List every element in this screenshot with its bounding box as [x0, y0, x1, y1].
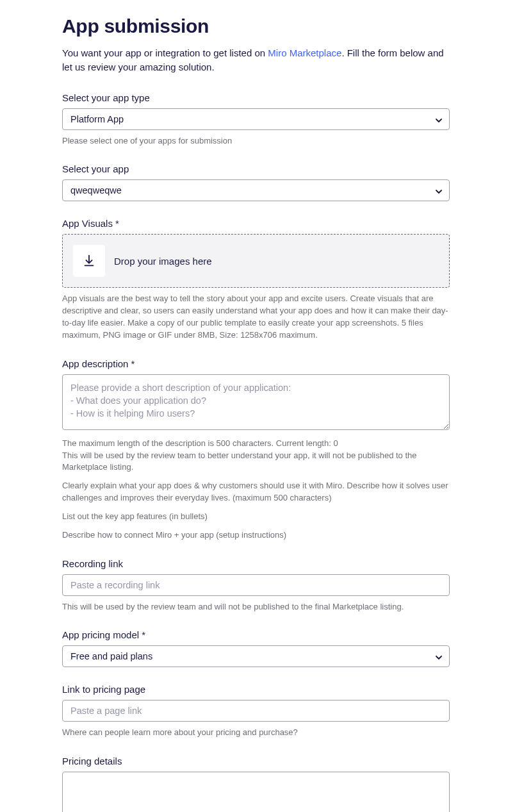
recording-helper: This will be used by the review team and…: [62, 601, 450, 613]
recording-input[interactable]: [62, 574, 450, 596]
pricing-model-select[interactable]: Free and paid plans: [62, 645, 450, 667]
page-title: App submission: [62, 15, 450, 37]
description-helper-3: List out the key app features (in bullet…: [62, 511, 450, 523]
pricing-page-input[interactable]: [62, 700, 450, 722]
app-type-helper: Please select one of your apps for submi…: [62, 135, 450, 147]
app-type-label: Select your app type: [62, 92, 450, 103]
pricing-details-textarea[interactable]: [62, 772, 450, 812]
pricing-page-helper: Where can people learn more about your p…: [62, 727, 450, 739]
pricing-details-label: Pricing details: [62, 756, 450, 766]
intro-text: You want your app or integration to get …: [62, 46, 450, 74]
download-icon: [73, 245, 105, 277]
visuals-helper: App visuals are the best way to tell the…: [62, 293, 450, 341]
intro-pre: You want your app or integration to get …: [62, 47, 268, 58]
description-helper-2: Clearly explain what your app does & why…: [62, 480, 450, 504]
app-label: Select your app: [62, 163, 450, 174]
description-textarea[interactable]: [62, 374, 450, 430]
pricing-model-label: App pricing model *: [62, 629, 450, 640]
description-helper-4: Describe how to connect Miro + your app …: [62, 529, 450, 542]
recording-label: Recording link: [62, 558, 450, 569]
description-label: App description *: [62, 358, 450, 369]
dropzone-text: Drop your images here: [114, 256, 212, 267]
visuals-label: App Visuals *: [62, 218, 450, 229]
description-helper-1: The maximum length of the description is…: [62, 438, 450, 474]
app-type-select[interactable]: Platform App: [62, 108, 450, 130]
app-select[interactable]: qweqweqwe: [62, 179, 450, 201]
visuals-dropzone[interactable]: Drop your images here: [62, 234, 450, 288]
marketplace-link[interactable]: Miro Marketplace: [268, 47, 341, 58]
pricing-page-label: Link to pricing page: [62, 684, 450, 695]
